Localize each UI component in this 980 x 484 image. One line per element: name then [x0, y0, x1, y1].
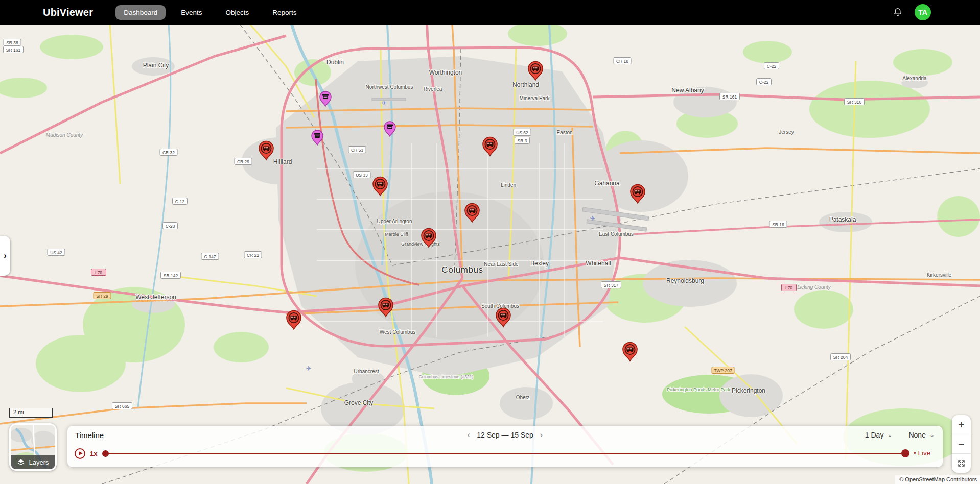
- airport-plane-icon: ✈: [306, 365, 312, 372]
- date-range-nav: ‹ 12 Sep — 15 Sep ›: [466, 430, 545, 440]
- layers-icon: [17, 458, 25, 466]
- live-indicator: • Live: [914, 449, 930, 457]
- map-label: Northland: [512, 81, 539, 88]
- map-label: West Columbus: [380, 329, 415, 335]
- road-shield: SR 161: [4, 46, 24, 53]
- svg-text:CR 29: CR 29: [237, 159, 249, 164]
- road-shield: SR 29: [94, 293, 111, 299]
- overlay-dropdown[interactable]: None ⌄: [908, 431, 935, 439]
- airport-plane-icon: ✈: [590, 214, 596, 222]
- fullscreen-button[interactable]: [952, 454, 971, 473]
- nav-item-objects[interactable]: Objects: [217, 5, 257, 20]
- timeline-track[interactable]: [106, 453, 905, 454]
- svg-text:US 42: US 42: [50, 250, 62, 255]
- playback-speed[interactable]: 1x: [90, 450, 97, 457]
- map-label: Gahanna: [594, 180, 620, 187]
- map-label: Riverlea: [424, 86, 442, 92]
- map-label: Northwest Columbus: [366, 84, 413, 90]
- map-scale-bar: 2 mi: [9, 408, 53, 418]
- svg-text:SR 38: SR 38: [6, 40, 18, 45]
- road-shield: SR 3: [515, 137, 530, 144]
- svg-text:CR 22: CR 22: [247, 253, 259, 258]
- layers-strip: Layers: [11, 455, 55, 469]
- sidebar-expander-button[interactable]: ›: [0, 236, 10, 276]
- zoom-in-button[interactable]: +: [952, 415, 971, 434]
- road-shield: CR 29: [235, 158, 252, 165]
- layers-label: Layers: [29, 458, 49, 466]
- next-day-button[interactable]: ›: [539, 430, 545, 440]
- timeline-start-handle[interactable]: [102, 450, 109, 457]
- road-shield: C-22: [757, 79, 772, 85]
- map-label: Reynoldsburg: [666, 277, 704, 284]
- road-shield: US 62: [514, 129, 531, 136]
- fullscreen-icon: [957, 459, 966, 468]
- prev-day-button[interactable]: ‹: [466, 430, 472, 440]
- svg-text:SR 142: SR 142: [164, 273, 178, 278]
- nav-item-reports[interactable]: Reports: [264, 5, 305, 20]
- timeline-panel: Timeline ‹ 12 Sep — 15 Sep › 1 Day ⌄ Non…: [67, 426, 943, 467]
- map-label: Hilliard: [273, 158, 292, 165]
- map-canvas[interactable]: ✈✈✈ SR 38SR 161CR 32CR 29CR 53US 33C-12C…: [0, 0, 980, 484]
- map-label: Easton: [556, 130, 572, 135]
- map-label: Columbus Limestone (#321): [419, 374, 474, 379]
- map-label: Minerva Park: [520, 95, 550, 101]
- nav-item-events[interactable]: Events: [173, 5, 210, 20]
- play-button[interactable]: [75, 448, 85, 459]
- map-label: Columbus: [441, 265, 483, 275]
- svg-text:SR 161: SR 161: [722, 94, 737, 100]
- road-shield: SR 16: [769, 221, 787, 228]
- map-label: Plain City: [143, 62, 169, 69]
- map-label: Pickerington: [732, 387, 765, 394]
- svg-text:CR 53: CR 53: [351, 148, 363, 153]
- svg-text:SR 16: SR 16: [772, 222, 784, 227]
- map-label: New Albany: [671, 87, 704, 94]
- road-shield: C-147: [201, 253, 219, 260]
- top-navbar: UbiViewer DashboardEventsObjectsReports …: [0, 0, 980, 25]
- main-nav: DashboardEventsObjectsReports: [115, 5, 305, 20]
- svg-text:SR 161: SR 161: [6, 47, 21, 53]
- nav-item-dashboard[interactable]: Dashboard: [115, 5, 166, 20]
- map-label: Alexandria: [902, 76, 927, 81]
- date-range-label: 12 Sep — 15 Sep: [477, 431, 533, 439]
- svg-text:C-22: C-22: [767, 64, 777, 69]
- map-label: Grandview Heights: [401, 241, 440, 247]
- map-label: Pataskala: [829, 216, 856, 223]
- road-shield: C-28: [163, 223, 178, 229]
- map-label: Grove City: [344, 399, 374, 406]
- timeline-settings: 1 Day ⌄ None ⌄: [865, 431, 935, 439]
- road-shield: CR 18: [614, 58, 631, 64]
- notifications-bell-icon[interactable]: [892, 7, 903, 18]
- map-zoom-controls: + −: [952, 415, 971, 473]
- zoom-out-button[interactable]: −: [952, 434, 971, 453]
- road-shield: SR 310: [845, 99, 865, 105]
- svg-text:CR 18: CR 18: [616, 59, 628, 64]
- svg-text:CR 32: CR 32: [162, 150, 175, 155]
- road-shield: TWP 207: [712, 367, 734, 374]
- layers-button[interactable]: Layers: [9, 423, 57, 471]
- map-label: Obetz: [516, 395, 530, 400]
- road-shield: CR 32: [160, 149, 177, 156]
- svg-text:SR 29: SR 29: [96, 294, 108, 299]
- road-shield: CR 53: [348, 147, 366, 153]
- svg-text:US 33: US 33: [356, 173, 368, 178]
- map-svg: ✈✈✈ SR 38SR 161CR 32CR 29CR 53US 33C-12C…: [0, 0, 980, 484]
- road-shield: CR 22: [244, 252, 262, 258]
- avatar[interactable]: TA: [915, 4, 931, 20]
- timeline-position-handle[interactable]: [901, 449, 909, 457]
- map-label: Kirkersville: [927, 272, 952, 278]
- map-attribution: © OpenStreetMap Contributors: [895, 475, 980, 484]
- interval-dropdown[interactable]: 1 Day ⌄: [865, 431, 893, 439]
- app-logo: UbiViewer: [43, 7, 93, 18]
- overlay-value: None: [908, 431, 925, 439]
- map-label: West Jefferson: [135, 294, 176, 301]
- map-label: South Columbus: [481, 303, 519, 309]
- svg-text:I 70: I 70: [785, 285, 792, 291]
- road-shield: SR 204: [831, 354, 851, 360]
- svg-text:C-12: C-12: [175, 199, 185, 204]
- road-shield: SR 161: [720, 93, 740, 100]
- road-shield: C-22: [764, 63, 779, 69]
- map-label: Whitehall: [586, 260, 611, 267]
- topbar-right: TA: [892, 4, 931, 20]
- road-shield: SR 142: [161, 272, 181, 279]
- road-shield: I 70: [91, 269, 106, 276]
